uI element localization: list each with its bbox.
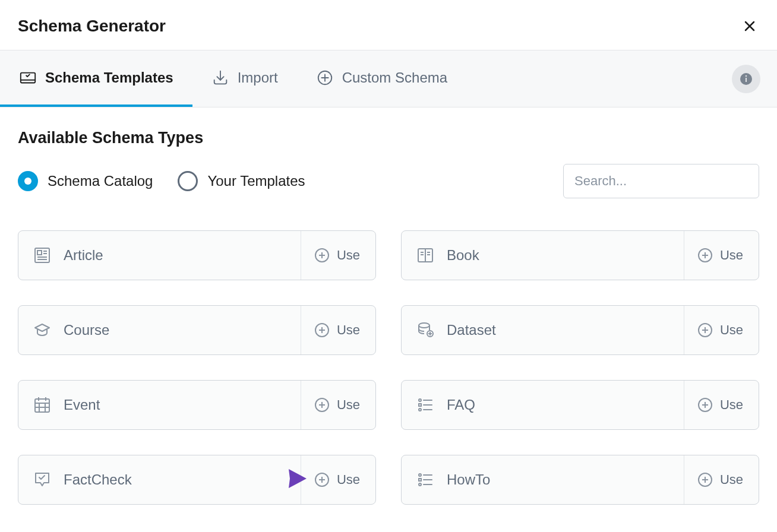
tab-label: Schema Templates	[45, 69, 173, 86]
use-label: Use	[720, 322, 743, 338]
dataset-icon	[416, 321, 435, 340]
plus-circle-icon	[314, 397, 330, 413]
svg-point-31	[419, 323, 429, 328]
use-button[interactable]: Use	[301, 306, 375, 354]
card-faq: FAQ Use	[401, 380, 759, 430]
event-icon	[33, 395, 52, 414]
use-button[interactable]: Use	[301, 381, 375, 429]
faq-icon	[416, 395, 435, 414]
card-factcheck: FactCheck Use	[18, 455, 376, 505]
use-button[interactable]: Use	[301, 231, 375, 280]
use-label: Use	[720, 248, 743, 263]
plus-circle-icon	[314, 322, 330, 338]
radio-dot-icon	[18, 171, 38, 191]
use-label: Use	[337, 397, 360, 413]
plus-circle-icon	[697, 397, 713, 413]
use-label: Use	[337, 472, 360, 487]
tab-label: Custom Schema	[342, 69, 447, 86]
factcheck-icon	[33, 470, 52, 489]
plus-circle-icon	[314, 248, 330, 263]
card-name: HowTo	[447, 471, 490, 488]
svg-rect-11	[37, 251, 42, 255]
use-button[interactable]: Use	[301, 455, 375, 504]
custom-icon	[316, 69, 334, 87]
section-title: Available Schema Types	[18, 129, 759, 147]
card-book: Book Use	[401, 230, 759, 280]
use-button[interactable]: Use	[684, 231, 759, 280]
modal-title: Schema Generator	[18, 17, 166, 36]
close-icon	[743, 19, 757, 33]
use-button[interactable]: Use	[684, 381, 759, 429]
card-name: Dataset	[447, 322, 496, 338]
card-name: Event	[64, 397, 100, 413]
card-name: Article	[64, 247, 103, 264]
card-event: Event Use	[18, 380, 376, 430]
card-article: Article Use	[18, 230, 376, 280]
templates-icon	[19, 69, 37, 87]
card-name: Book	[447, 247, 479, 264]
import-icon	[211, 69, 229, 87]
info-button[interactable]	[732, 65, 760, 93]
svg-point-60	[419, 474, 421, 476]
schema-cards-grid: Article Use Book Use Course	[18, 230, 759, 505]
card-name: FAQ	[447, 397, 475, 413]
card-name: Course	[64, 322, 109, 338]
howto-icon	[416, 470, 435, 489]
use-label: Use	[337, 322, 360, 338]
use-button[interactable]: Use	[684, 455, 759, 504]
radio-label: Schema Catalog	[48, 173, 153, 189]
plus-circle-icon	[314, 472, 330, 487]
article-icon	[33, 246, 52, 265]
plus-circle-icon	[697, 248, 713, 263]
tab-custom-schema[interactable]: Custom Schema	[297, 50, 466, 107]
svg-point-64	[419, 483, 421, 486]
use-button[interactable]: Use	[684, 306, 759, 354]
radio-label: Your Templates	[207, 173, 305, 189]
card-dataset: Dataset Use	[401, 305, 759, 355]
plus-circle-icon	[697, 322, 713, 338]
svg-point-9	[746, 75, 747, 77]
use-label: Use	[337, 248, 360, 263]
card-name: FactCheck	[64, 471, 132, 488]
use-label: Use	[720, 397, 743, 413]
book-icon	[416, 246, 435, 265]
radio-dot-icon	[178, 171, 198, 191]
tab-label: Import	[238, 69, 278, 86]
svg-rect-2	[21, 72, 35, 83]
svg-rect-38	[35, 399, 49, 412]
tab-import[interactable]: Import	[192, 50, 297, 107]
radio-your-templates[interactable]: Your Templates	[178, 171, 305, 191]
info-icon	[739, 72, 753, 86]
svg-rect-8	[746, 78, 747, 82]
search-input[interactable]	[563, 164, 759, 198]
course-icon	[33, 321, 52, 340]
plus-circle-icon	[697, 472, 713, 487]
svg-rect-50	[419, 404, 421, 406]
svg-point-48	[419, 399, 421, 401]
svg-point-52	[419, 408, 421, 411]
svg-rect-62	[419, 479, 421, 481]
card-course: Course Use	[18, 305, 376, 355]
radio-schema-catalog[interactable]: Schema Catalog	[18, 171, 153, 191]
close-button[interactable]	[740, 17, 759, 36]
tab-schema-templates[interactable]: Schema Templates	[0, 50, 192, 107]
use-label: Use	[720, 472, 743, 487]
card-howto: HowTo Use	[401, 455, 759, 505]
